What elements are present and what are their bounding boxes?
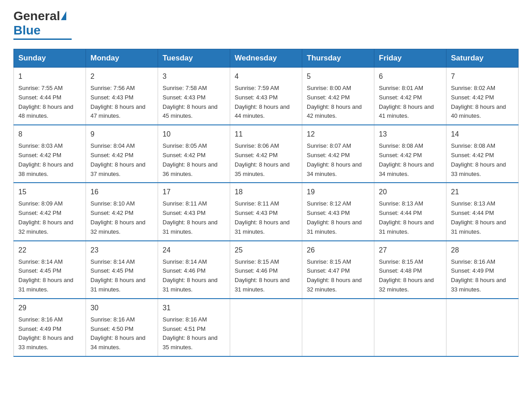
calendar-header-row: SundayMondayTuesdayWednesdayThursdayFrid… — [14, 49, 519, 68]
calendar-day-cell: 18Sunrise: 8:11 AMSunset: 4:43 PMDayligh… — [230, 183, 302, 240]
calendar-day-cell: 28Sunrise: 8:16 AMSunset: 4:49 PMDayligh… — [446, 241, 519, 299]
day-number: 8 — [18, 129, 81, 140]
day-number: 17 — [163, 187, 225, 197]
day-info: Sunrise: 8:16 AMSunset: 4:49 PMDaylight:… — [18, 315, 81, 352]
day-info: Sunrise: 8:16 AMSunset: 4:49 PMDaylight:… — [451, 257, 514, 295]
logo: General Blue — [13, 9, 72, 40]
day-number: 31 — [163, 303, 225, 313]
calendar-day-cell: 2Sunrise: 7:56 AMSunset: 4:43 PMDaylight… — [86, 68, 158, 125]
calendar-day-cell: 27Sunrise: 8:15 AMSunset: 4:48 PMDayligh… — [374, 241, 446, 299]
logo-blue-text: Blue — [13, 23, 41, 37]
header-friday: Friday — [374, 49, 446, 68]
header-sunday: Sunday — [14, 49, 86, 68]
calendar-day-cell: 5Sunrise: 8:00 AMSunset: 4:42 PMDaylight… — [302, 68, 374, 125]
day-info: Sunrise: 8:12 AMSunset: 4:43 PMDaylight:… — [307, 199, 369, 236]
calendar-day-cell: 10Sunrise: 8:05 AMSunset: 4:42 PMDayligh… — [158, 125, 230, 183]
day-number: 16 — [90, 187, 153, 197]
day-info: Sunrise: 8:10 AMSunset: 4:42 PMDaylight:… — [90, 199, 153, 236]
calendar-week-row: 8Sunrise: 8:03 AMSunset: 4:42 PMDaylight… — [14, 125, 519, 183]
day-info: Sunrise: 8:15 AMSunset: 4:46 PMDaylight:… — [235, 257, 297, 295]
day-info: Sunrise: 8:16 AMSunset: 4:50 PMDaylight:… — [90, 315, 153, 352]
calendar-day-cell: 11Sunrise: 8:06 AMSunset: 4:42 PMDayligh… — [230, 125, 302, 183]
calendar-day-cell: 30Sunrise: 8:16 AMSunset: 4:50 PMDayligh… — [86, 299, 158, 356]
day-info: Sunrise: 8:14 AMSunset: 4:46 PMDaylight:… — [163, 257, 225, 295]
day-info: Sunrise: 8:03 AMSunset: 4:42 PMDaylight:… — [18, 141, 81, 179]
day-number: 10 — [163, 129, 225, 140]
day-info: Sunrise: 8:13 AMSunset: 4:44 PMDaylight:… — [451, 199, 514, 236]
calendar-day-cell: 6Sunrise: 8:01 AMSunset: 4:42 PMDaylight… — [374, 68, 446, 125]
day-number: 4 — [235, 71, 297, 82]
day-info: Sunrise: 8:13 AMSunset: 4:44 PMDaylight:… — [379, 199, 442, 236]
day-info: Sunrise: 8:01 AMSunset: 4:42 PMDaylight:… — [379, 84, 442, 121]
calendar-day-cell — [230, 299, 302, 356]
calendar-day-cell: 29Sunrise: 8:16 AMSunset: 4:49 PMDayligh… — [14, 299, 86, 356]
calendar-day-cell: 12Sunrise: 8:07 AMSunset: 4:42 PMDayligh… — [302, 125, 374, 183]
day-number: 26 — [307, 245, 369, 256]
logo-triangle-icon — [61, 11, 66, 20]
calendar-day-cell: 1Sunrise: 7:55 AMSunset: 4:44 PMDaylight… — [14, 68, 86, 125]
header-tuesday: Tuesday — [158, 49, 230, 68]
calendar-day-cell: 23Sunrise: 8:14 AMSunset: 4:45 PMDayligh… — [86, 241, 158, 299]
day-info: Sunrise: 8:14 AMSunset: 4:45 PMDaylight:… — [90, 257, 153, 295]
day-info: Sunrise: 8:02 AMSunset: 4:42 PMDaylight:… — [451, 84, 514, 121]
day-info: Sunrise: 8:15 AMSunset: 4:48 PMDaylight:… — [379, 257, 442, 295]
calendar-day-cell: 17Sunrise: 8:11 AMSunset: 4:43 PMDayligh… — [158, 183, 230, 240]
calendar-week-row: 1Sunrise: 7:55 AMSunset: 4:44 PMDaylight… — [14, 68, 519, 125]
day-info: Sunrise: 8:07 AMSunset: 4:42 PMDaylight:… — [307, 141, 369, 179]
day-number: 5 — [307, 71, 369, 82]
day-number: 1 — [18, 71, 81, 82]
day-number: 22 — [18, 245, 81, 256]
day-info: Sunrise: 8:08 AMSunset: 4:42 PMDaylight:… — [451, 141, 514, 179]
calendar-day-cell: 25Sunrise: 8:15 AMSunset: 4:46 PMDayligh… — [230, 241, 302, 299]
calendar-day-cell: 19Sunrise: 8:12 AMSunset: 4:43 PMDayligh… — [302, 183, 374, 240]
calendar-day-cell: 16Sunrise: 8:10 AMSunset: 4:42 PMDayligh… — [86, 183, 158, 240]
header-saturday: Saturday — [446, 49, 519, 68]
day-number: 2 — [90, 71, 153, 82]
calendar-week-row: 29Sunrise: 8:16 AMSunset: 4:49 PMDayligh… — [14, 299, 519, 356]
calendar-day-cell — [302, 299, 374, 356]
calendar-week-row: 15Sunrise: 8:09 AMSunset: 4:42 PMDayligh… — [14, 183, 519, 240]
day-number: 27 — [379, 245, 442, 256]
day-number: 25 — [235, 245, 297, 256]
header-wednesday: Wednesday — [230, 49, 302, 68]
calendar-day-cell: 26Sunrise: 8:15 AMSunset: 4:47 PMDayligh… — [302, 241, 374, 299]
day-number: 28 — [451, 245, 514, 256]
calendar-day-cell: 15Sunrise: 8:09 AMSunset: 4:42 PMDayligh… — [14, 183, 86, 240]
calendar-day-cell: 9Sunrise: 8:04 AMSunset: 4:42 PMDaylight… — [86, 125, 158, 183]
day-info: Sunrise: 8:05 AMSunset: 4:42 PMDaylight:… — [163, 141, 225, 179]
calendar-day-cell: 3Sunrise: 7:58 AMSunset: 4:43 PMDaylight… — [158, 68, 230, 125]
calendar-day-cell: 4Sunrise: 7:59 AMSunset: 4:43 PMDaylight… — [230, 68, 302, 125]
calendar-day-cell: 8Sunrise: 8:03 AMSunset: 4:42 PMDaylight… — [14, 125, 86, 183]
calendar-day-cell: 14Sunrise: 8:08 AMSunset: 4:42 PMDayligh… — [446, 125, 519, 183]
day-number: 29 — [18, 303, 81, 313]
day-info: Sunrise: 8:14 AMSunset: 4:45 PMDaylight:… — [18, 257, 81, 295]
day-number: 23 — [90, 245, 153, 256]
day-info: Sunrise: 8:16 AMSunset: 4:51 PMDaylight:… — [163, 315, 225, 352]
day-info: Sunrise: 8:09 AMSunset: 4:42 PMDaylight:… — [18, 199, 81, 236]
day-info: Sunrise: 7:56 AMSunset: 4:43 PMDaylight:… — [90, 84, 153, 121]
day-number: 13 — [379, 129, 442, 140]
day-info: Sunrise: 8:15 AMSunset: 4:47 PMDaylight:… — [307, 257, 369, 295]
day-number: 14 — [451, 129, 514, 140]
day-info: Sunrise: 8:06 AMSunset: 4:42 PMDaylight:… — [235, 141, 297, 179]
day-number: 15 — [18, 187, 81, 197]
calendar-table: SundayMondayTuesdayWednesdayThursdayFrid… — [13, 49, 519, 357]
day-number: 3 — [163, 71, 225, 82]
day-info: Sunrise: 8:11 AMSunset: 4:43 PMDaylight:… — [163, 199, 225, 236]
day-info: Sunrise: 7:55 AMSunset: 4:44 PMDaylight:… — [18, 84, 81, 121]
day-info: Sunrise: 8:11 AMSunset: 4:43 PMDaylight:… — [235, 199, 297, 236]
calendar-week-row: 22Sunrise: 8:14 AMSunset: 4:45 PMDayligh… — [14, 241, 519, 299]
calendar-day-cell: 20Sunrise: 8:13 AMSunset: 4:44 PMDayligh… — [374, 183, 446, 240]
day-number: 6 — [379, 71, 442, 82]
calendar-day-cell — [374, 299, 446, 356]
day-info: Sunrise: 7:59 AMSunset: 4:43 PMDaylight:… — [235, 84, 297, 121]
calendar-day-cell: 7Sunrise: 8:02 AMSunset: 4:42 PMDaylight… — [446, 68, 519, 125]
day-info: Sunrise: 8:04 AMSunset: 4:42 PMDaylight:… — [90, 141, 153, 179]
day-info: Sunrise: 8:08 AMSunset: 4:42 PMDaylight:… — [379, 141, 442, 179]
calendar-day-cell: 22Sunrise: 8:14 AMSunset: 4:45 PMDayligh… — [14, 241, 86, 299]
header-monday: Monday — [86, 49, 158, 68]
day-number: 21 — [451, 187, 514, 197]
calendar-day-cell: 13Sunrise: 8:08 AMSunset: 4:42 PMDayligh… — [374, 125, 446, 183]
day-number: 19 — [307, 187, 369, 197]
logo-general-text: General — [13, 9, 60, 23]
